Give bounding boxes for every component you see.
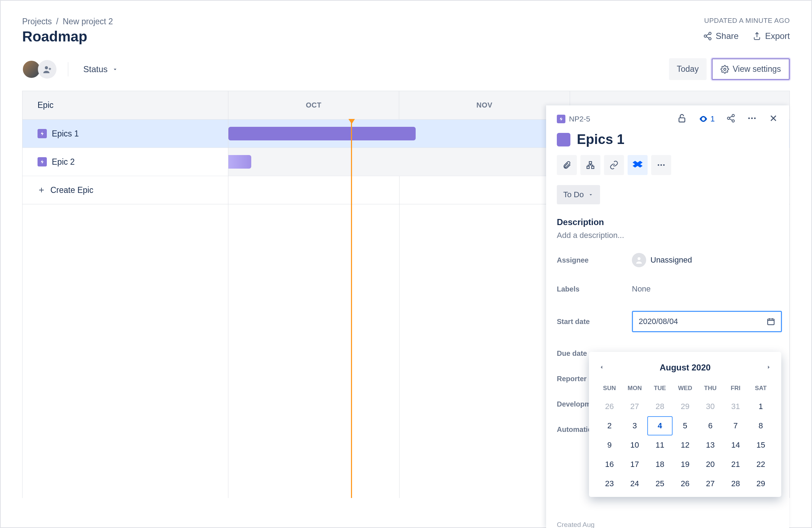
epic-row[interactable]: Epics 1 (23, 120, 228, 148)
breadcrumb-projects[interactable]: Projects (22, 17, 52, 26)
calendar-day[interactable]: 25 (647, 474, 673, 493)
description-label: Description (557, 217, 778, 227)
svg-rect-16 (589, 161, 592, 164)
calendar-day[interactable]: 26 (597, 397, 622, 416)
epic-icon (557, 115, 565, 123)
calendar-day[interactable]: 17 (622, 455, 648, 474)
plus-icon (38, 186, 45, 194)
calendar-day[interactable]: 13 (698, 435, 723, 455)
calendar-dow: SAT (748, 382, 773, 397)
svg-point-13 (748, 118, 750, 119)
calendar-day[interactable]: 28 (723, 474, 748, 493)
calendar-day[interactable]: 9 (597, 435, 622, 455)
svg-rect-18 (591, 166, 594, 169)
share-icon (703, 31, 712, 41)
calendar-day[interactable]: 20 (698, 455, 723, 474)
add-people-button[interactable] (38, 60, 56, 79)
calendar-day[interactable]: 19 (673, 455, 698, 474)
breadcrumb-project[interactable]: New project 2 (63, 17, 113, 26)
calendar-day[interactable]: 18 (647, 455, 673, 474)
epic-column-header: Epic (23, 91, 228, 120)
calendar-day[interactable]: 7 (723, 416, 748, 435)
calendar-dow: FRI (723, 382, 748, 397)
svg-point-6 (724, 68, 726, 70)
calendar-day[interactable]: 30 (698, 397, 723, 416)
calendar-day[interactable]: 15 (748, 435, 773, 455)
calendar-day[interactable]: 21 (723, 455, 748, 474)
epic-bar[interactable] (228, 155, 251, 169)
close-icon[interactable] (768, 113, 778, 125)
calendar-day[interactable]: 4 (647, 416, 673, 435)
svg-point-2 (709, 38, 711, 40)
calendar-dow: THU (698, 382, 723, 397)
status-dropdown[interactable]: Status (80, 62, 122, 76)
chevron-down-icon (112, 66, 118, 73)
month-column: NOV (399, 91, 570, 119)
calendar-day[interactable]: 24 (622, 474, 648, 493)
calendar-day[interactable]: 29 (748, 474, 773, 493)
calendar-day[interactable]: 27 (698, 474, 723, 493)
today-button[interactable]: Today (669, 58, 707, 80)
next-month-button[interactable] (764, 361, 773, 374)
link-button[interactable] (604, 155, 624, 175)
prev-month-button[interactable] (597, 361, 606, 374)
paperclip-icon (562, 160, 571, 170)
svg-point-19 (658, 164, 659, 166)
description-field[interactable]: Add a description... (557, 231, 778, 240)
calendar-day[interactable]: 10 (622, 435, 648, 455)
lock-icon[interactable] (677, 113, 687, 125)
svg-point-9 (727, 117, 730, 120)
calendar-day[interactable]: 16 (597, 455, 622, 474)
calendar-day[interactable]: 3 (622, 416, 648, 435)
epic-title[interactable]: Epics 1 (577, 132, 624, 147)
share-icon[interactable] (726, 114, 736, 124)
calendar-day[interactable]: 28 (647, 397, 673, 416)
view-settings-button[interactable]: View settings (712, 58, 790, 80)
calendar-day[interactable]: 27 (622, 397, 648, 416)
issue-reference[interactable]: NP2-5 (557, 115, 590, 123)
child-issues-button[interactable] (580, 155, 600, 175)
issue-details-panel: NP2-5 1 Epics 1 T (546, 105, 789, 528)
today-marker (351, 120, 352, 498)
calendar-day[interactable]: 11 (647, 435, 673, 455)
epic-color-swatch[interactable] (557, 133, 570, 146)
calendar-day[interactable]: 26 (673, 474, 698, 493)
share-button[interactable]: Share (703, 31, 739, 41)
gear-icon (721, 65, 729, 74)
svg-point-15 (754, 118, 756, 119)
attach-button[interactable] (557, 155, 577, 175)
calendar-day[interactable]: 5 (673, 416, 698, 435)
dropbox-icon (633, 160, 643, 170)
calendar-day[interactable]: 22 (748, 455, 773, 474)
status-button[interactable]: To Do (557, 185, 600, 204)
start-date-input[interactable]: 2020/08/04 (632, 311, 782, 332)
calendar-day[interactable]: 31 (723, 397, 748, 416)
watchers-button[interactable]: 1 (698, 114, 715, 124)
labels-field[interactable]: None (632, 284, 782, 294)
epic-bar[interactable] (228, 127, 416, 140)
svg-point-21 (663, 164, 664, 166)
dropbox-button[interactable] (628, 155, 648, 175)
calendar-day[interactable]: 12 (673, 435, 698, 455)
calendar-day[interactable]: 23 (597, 474, 622, 493)
calendar-day[interactable]: 29 (673, 397, 698, 416)
assignee-field[interactable]: Unassigned (632, 253, 782, 267)
more-icon[interactable] (747, 113, 757, 125)
svg-line-3 (706, 37, 709, 38)
create-epic-button[interactable]: Create Epic (23, 176, 228, 204)
calendar-day[interactable]: 1 (748, 397, 773, 416)
calendar-day[interactable]: 8 (748, 416, 773, 435)
calendar-day[interactable]: 2 (597, 416, 622, 435)
export-icon (752, 31, 762, 41)
svg-point-22 (638, 257, 640, 260)
calendar-day[interactable]: 14 (723, 435, 748, 455)
calendar-day[interactable]: 6 (698, 416, 723, 435)
field-label-startdate: Start date (557, 318, 632, 326)
calendar-icon (767, 317, 775, 326)
field-label-assignee: Assignee (557, 256, 632, 264)
export-button[interactable]: Export (752, 31, 790, 41)
svg-point-1 (704, 35, 707, 38)
page-title: Roadmap (22, 29, 113, 45)
more-actions-button[interactable] (651, 155, 671, 175)
epic-row[interactable]: Epic 2 (23, 148, 228, 176)
